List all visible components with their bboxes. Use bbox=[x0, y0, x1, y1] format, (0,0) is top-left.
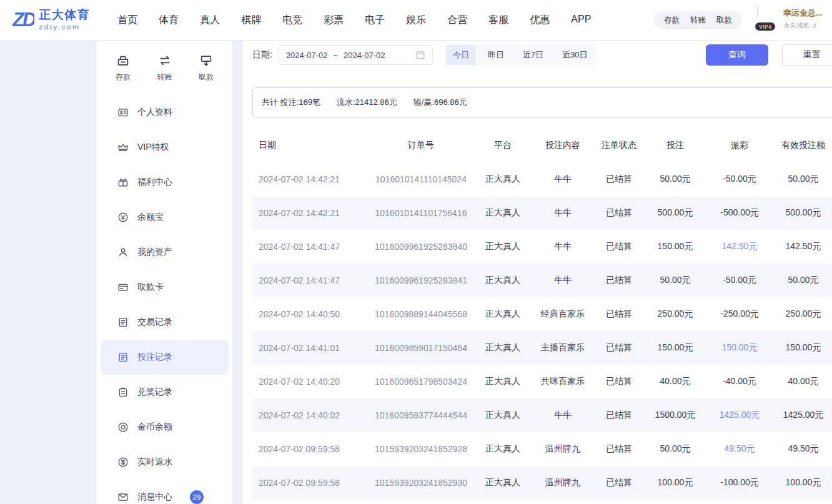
vip-badge: VIP4 bbox=[755, 22, 775, 31]
wallet-link-存款[interactable]: 存款 bbox=[664, 15, 680, 26]
nav-item-体育[interactable]: 体育 bbox=[159, 14, 179, 27]
sidebar-item-VIP特权[interactable]: VIP特权 bbox=[101, 130, 229, 165]
quick-action-取款[interactable]: 取款 bbox=[199, 54, 214, 82]
gold-coin-icon bbox=[117, 422, 129, 433]
nav-item-客服[interactable]: 客服 bbox=[488, 14, 508, 27]
cell-date: 2024-07-02 14:40:50 bbox=[252, 309, 367, 319]
sidebar-item-余额宝[interactable]: 余额宝 bbox=[101, 200, 229, 235]
range-button-近30日[interactable]: 近30日 bbox=[555, 45, 594, 65]
cell-valid_bet: 142.50元 bbox=[772, 241, 832, 252]
balance-treasure-icon bbox=[117, 212, 129, 223]
sidebar-item-福利中心[interactable]: 福利中心 bbox=[101, 165, 229, 200]
cell-date: 2024-07-02 09:59:58 bbox=[252, 444, 367, 454]
sidebar-item-label: 个人资料 bbox=[137, 107, 172, 118]
sidebar-item-我的资产[interactable]: 我的资产 bbox=[101, 235, 229, 270]
cell-status: 已结算 bbox=[595, 410, 643, 421]
table-row: 2024-07-02 14:41:471016009961925283841正大… bbox=[252, 264, 832, 297]
cell-valid_bet: 150.00元 bbox=[772, 342, 832, 353]
range-button-近7日[interactable]: 近7日 bbox=[516, 45, 550, 65]
sidebar-item-label: 消息中心 bbox=[137, 492, 172, 503]
sidebar-item-取款卡[interactable]: 取款卡 bbox=[101, 270, 229, 305]
sidebar-item-label: 我的资产 bbox=[137, 247, 172, 258]
quick-action-label: 取款 bbox=[199, 72, 214, 82]
nav-item-优惠[interactable]: 优惠 bbox=[530, 14, 550, 27]
cell-bet: 50.00元 bbox=[643, 443, 707, 455]
query-button[interactable]: 查询 bbox=[706, 44, 768, 66]
table-row: 2024-07-02 14:41:011016009859017150464正大… bbox=[252, 331, 832, 365]
quick-range-group: 今日昨日近7日近30日 bbox=[445, 44, 595, 66]
sidebar-item-兑奖记录[interactable]: 兑奖记录 bbox=[101, 375, 229, 410]
nav-item-电竞[interactable]: 电竞 bbox=[282, 14, 302, 27]
sidebar-item-label: VIP特权 bbox=[137, 142, 169, 153]
cell-date: 2024-07-02 14:40:20 bbox=[252, 377, 367, 387]
cell-platform: 正大真人 bbox=[475, 275, 531, 286]
sidebar-item-交易记录[interactable]: 交易记录 bbox=[101, 305, 229, 340]
summary-total-bets: 共计 投注:169笔 bbox=[262, 97, 320, 108]
cell-payout: -100.00元 bbox=[707, 477, 772, 488]
column-header-注单状态: 注单状态 bbox=[595, 140, 643, 151]
brand-logo[interactable]: ZD 正大体育 zdty.com bbox=[12, 9, 90, 31]
cell-payout: -50.00元 bbox=[707, 275, 772, 286]
cell-order_no: 1016010141101756416 bbox=[367, 208, 475, 218]
nav-item-电子[interactable]: 电子 bbox=[365, 14, 385, 27]
range-button-今日[interactable]: 今日 bbox=[446, 45, 476, 65]
cell-bet_content: 温州牌九 bbox=[531, 443, 595, 455]
cell-platform: 正大真人 bbox=[475, 241, 531, 252]
nav-item-彩票[interactable]: 彩票 bbox=[324, 14, 344, 27]
nav-item-棋牌[interactable]: 棋牌 bbox=[241, 14, 261, 27]
quick-action-label: 存款 bbox=[116, 72, 131, 82]
sidebar-item-消息中心[interactable]: 消息中心29 bbox=[101, 480, 229, 504]
sidebar-item-label: 兑奖记录 bbox=[137, 387, 172, 398]
unread-count-badge: 29 bbox=[190, 490, 204, 504]
sidebar-item-投注记录[interactable]: 投注记录 bbox=[101, 340, 229, 375]
column-header-日期: 日期 bbox=[252, 140, 367, 151]
cell-valid_bet: 49.50元 bbox=[772, 443, 832, 455]
cell-payout: -500.00元 bbox=[707, 207, 772, 219]
cell-bet: 250.00元 bbox=[643, 309, 707, 320]
cell-bet_content: 牛牛 bbox=[531, 410, 595, 421]
sidebar-item-label: 投注记录 bbox=[137, 352, 172, 363]
range-button-昨日[interactable]: 昨日 bbox=[481, 45, 511, 65]
nav-item-真人[interactable]: 真人 bbox=[200, 14, 220, 27]
cell-order_no: 1016009651798503424 bbox=[367, 377, 475, 387]
calendar-icon bbox=[415, 50, 425, 60]
reset-button[interactable]: 重置 bbox=[782, 44, 832, 66]
sidebar-item-实时返水[interactable]: 实时返水 bbox=[101, 445, 229, 480]
deposit-icon bbox=[116, 54, 130, 67]
sidebar-item-个人资料[interactable]: 个人资料 bbox=[101, 95, 229, 130]
cell-date: 2024-07-02 14:42:21 bbox=[252, 174, 367, 184]
nav-item-首页[interactable]: 首页 bbox=[117, 14, 137, 27]
cell-platform: 正大真人 bbox=[475, 477, 531, 488]
transfer-icon bbox=[158, 54, 172, 67]
cell-valid_bet: 250.00元 bbox=[772, 309, 832, 320]
cell-status: 已结算 bbox=[595, 477, 643, 488]
cell-status: 已结算 bbox=[595, 342, 643, 353]
nav-item-合营[interactable]: 合营 bbox=[447, 14, 467, 27]
cell-payout: -50.00元 bbox=[707, 174, 772, 185]
table-row: 2024-07-02 14:40:201016009651798503424正大… bbox=[252, 365, 832, 398]
date-range-input[interactable]: 2024-07-02 ~ 2024-07-02 bbox=[279, 45, 433, 65]
wallet-link-转账[interactable]: 转账 bbox=[690, 15, 706, 26]
sidebar: 存款转账取款 个人资料VIP特权福利中心余额宝我的资产取款卡交易记录投注记录兑奖… bbox=[97, 40, 232, 504]
cell-bet: 50.00元 bbox=[643, 275, 707, 286]
column-header-订单号: 订单号 bbox=[367, 140, 475, 151]
quick-action-存款[interactable]: 存款 bbox=[116, 54, 131, 82]
cell-payout: 1425.00元 bbox=[707, 410, 772, 421]
quick-action-转账[interactable]: 转账 bbox=[157, 54, 172, 82]
avatar[interactable] bbox=[757, 5, 758, 17]
cell-payout: -250.00元 bbox=[707, 309, 772, 320]
cell-valid_bet: 1425.00元 bbox=[772, 410, 832, 421]
cell-bet_content: 温州牌九 bbox=[531, 477, 595, 488]
cell-order_no: 1016009961925283841 bbox=[367, 275, 475, 285]
nav-item-娱乐[interactable]: 娱乐 bbox=[406, 14, 426, 27]
cell-order_no: 1016010141110145024 bbox=[367, 174, 475, 184]
sidebar-item-金币余额[interactable]: 金币余额 bbox=[101, 410, 229, 445]
column-header-投注: 投注 bbox=[643, 140, 707, 151]
date-end-value: 2024-07-02 bbox=[344, 51, 385, 60]
cell-bet_content: 主播百家乐 bbox=[531, 342, 595, 353]
avatar-wrap: VIP4 bbox=[757, 6, 778, 34]
cell-status: 已结算 bbox=[595, 241, 643, 252]
filter-row: 日期: 2024-07-02 ~ 2024-07-02 今日昨日近7日近30日 … bbox=[252, 44, 832, 66]
wallet-link-取款[interactable]: 取款 bbox=[716, 15, 732, 26]
nav-item-APP[interactable]: APP bbox=[571, 14, 591, 27]
